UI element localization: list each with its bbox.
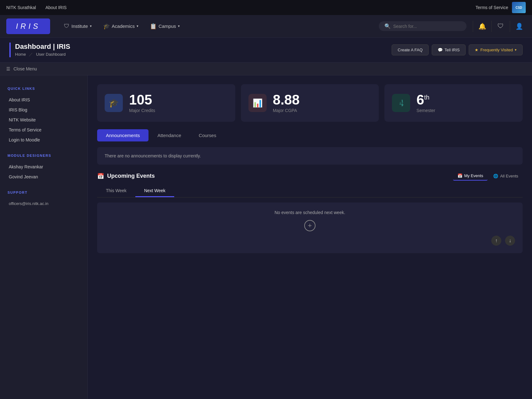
events-navigation: ↑ ↓ [105,236,515,246]
tabs-row: Announcements Attendance Courses [97,129,523,141]
nav-actions: 🔔 🛡 👤 [472,20,526,33]
divider [473,21,473,32]
all-events-icon: 🌐 [493,174,498,178]
create-faq-button[interactable]: Create A FAQ [392,44,429,55]
credits-icon: 🎓 [105,94,123,112]
sidebar-item-akshay[interactable]: Akshay Revankar [8,162,80,172]
breadcrumb-current: User Dashboard [36,52,66,57]
support-email[interactable]: officers@iris.nitk.ac.in [8,199,80,208]
close-menu-bar[interactable]: ☰ Close Menu [0,63,532,75]
module-designers-section: MODULE DESIGNERS Akshay Revankar Govind … [8,154,80,182]
add-event-button[interactable]: + [304,220,316,231]
about-iris-link[interactable]: About IRIS [45,5,67,10]
tab-announcements[interactable]: Announcements [97,129,149,141]
nav-items: 🛡 Institute ▾ 🎓 Academics ▾ 📋 Campus ▾ 🔍 [60,20,467,32]
semester-value: 6th [416,93,435,107]
stat-credits-info: 105 Major Credits [129,93,155,113]
sidebar-item-nitk-website[interactable]: NITK Website [8,115,80,125]
terms-link[interactable]: Terms of Service [476,5,508,10]
star-icon: ★ [475,48,478,52]
sidebar-item-govind[interactable]: Govind Jeevan [8,172,80,182]
nav-bar: IRIS 🛡 Institute ▾ 🎓 Academics ▾ 📋 Campu… [0,15,532,38]
top-bar-right: Terms of Service CSD [476,2,526,13]
notifications-button[interactable]: 🔔 [476,20,489,33]
cgpa-value: 8.88 [273,93,300,107]
next-week-tab[interactable]: Next Week [135,185,174,197]
stat-semester-info: 6th Semester [416,93,435,113]
nitk-link[interactable]: NITK Surathkal [6,5,36,10]
week-tabs: This Week Next Week [97,185,523,197]
my-events-icon: 📅 [457,173,462,178]
iris-logo[interactable]: IRIS [6,18,50,34]
sidebar-item-about-iris[interactable]: About IRIS [8,95,80,105]
support-title: SUPPORT [8,191,80,194]
upcoming-events-header: 📅 Upcoming Events 📅 My Events 🌐 All Even… [97,171,523,181]
menu-icon: ☰ [6,66,10,71]
frequently-visited-button[interactable]: ★ Frequently Visited ▾ [469,44,523,55]
nav-academics[interactable]: 🎓 Academics ▾ [99,20,143,32]
quick-links-section: QUICK LINKS About IRIS IRIS Blog NITK We… [8,87,80,145]
main-layout: QUICK LINKS About IRIS IRIS Blog NITK We… [0,75,532,399]
upcoming-events-title: 📅 Upcoming Events [97,173,448,180]
search-icon: 🔍 [384,23,391,29]
tell-iris-button[interactable]: 💬 Tell IRIS [432,44,466,55]
nav-campus[interactable]: 📋 Campus ▾ [145,20,184,32]
semester-label: Semester [416,108,435,113]
calendar-icon: 📅 [97,173,104,180]
chevron-down-icon: ▾ [515,48,517,52]
divider [491,21,492,32]
no-events-message: No events are scheduled next week. [274,210,345,215]
content-area: 🎓 105 Major Credits 📊 8.88 Major CGPA ↓1… [88,75,532,399]
csd-logo: CSD [512,2,526,13]
breadcrumb-left: Dashboard | IRIS Home ／ User Dashboard [9,43,70,57]
close-menu-label: Close Menu [13,66,37,71]
tab-attendance[interactable]: Attendance [149,129,190,141]
breadcrumb-path: Home ／ User Dashboard [15,52,70,57]
stat-cgpa-info: 8.88 Major CGPA [273,93,300,113]
search-bar[interactable]: 🔍 [379,21,467,31]
breadcrumb-home[interactable]: Home [15,52,26,57]
chevron-down-icon: ▾ [178,24,180,28]
stat-card-credits: 🎓 105 Major Credits [97,84,235,122]
top-bar: NITK Surathkal About IRIS Terms of Servi… [0,0,532,15]
breadcrumb-bar: Dashboard | IRIS Home ／ User Dashboard C… [0,38,532,63]
stat-card-cgpa: 📊 8.88 Major CGPA [241,84,379,122]
module-designers-title: MODULE DESIGNERS [8,154,80,157]
sidebar-item-moodle[interactable]: Login to Moodle [8,135,80,145]
upcoming-events-section: 📅 Upcoming Events 📅 My Events 🌐 All Even… [97,171,523,253]
events-nav-down[interactable]: ↓ [505,236,515,246]
events-nav-up[interactable]: ↑ [491,236,501,246]
credits-label: Major Credits [129,108,155,113]
shield-button[interactable]: 🛡 [494,20,507,33]
cgpa-label: Major CGPA [273,108,300,113]
top-bar-left: NITK Surathkal About IRIS [6,5,67,10]
sidebar: QUICK LINKS About IRIS IRIS Blog NITK We… [0,75,88,399]
campus-icon: 📋 [150,23,157,30]
sidebar-item-terms[interactable]: Terms of Service [8,125,80,135]
academics-icon: 🎓 [103,23,110,30]
stat-card-semester: ↓19 6th Semester [384,84,523,122]
chevron-down-icon: ▾ [137,24,138,28]
support-section: SUPPORT officers@iris.nitk.ac.in [8,191,80,208]
breadcrumb-actions: Create A FAQ 💬 Tell IRIS ★ Frequently Vi… [392,44,523,55]
institute-icon: 🛡 [64,23,70,29]
user-avatar[interactable]: 👤 [513,20,526,33]
credits-value: 105 [129,93,155,107]
all-events-filter[interactable]: 🌐 All Events [489,171,523,181]
divider [510,21,510,32]
page-title: Dashboard | IRIS [15,43,70,51]
announcements-box: There are no announcements to display cu… [97,147,523,165]
tab-courses[interactable]: Courses [190,129,225,141]
events-content: No events are scheduled next week. + ↑ ↓ [97,202,523,253]
semester-icon: ↓19 [392,94,410,112]
events-filter: 📅 My Events 🌐 All Events [453,171,523,181]
stat-cards: 🎓 105 Major Credits 📊 8.88 Major CGPA ↓1… [97,84,523,122]
quick-links-title: QUICK LINKS [8,87,80,90]
my-events-filter[interactable]: 📅 My Events [453,171,488,181]
this-week-tab[interactable]: This Week [97,185,135,197]
sidebar-item-iris-blog[interactable]: IRIS Blog [8,105,80,115]
search-input[interactable] [393,24,461,29]
chevron-down-icon: ▾ [90,24,92,28]
cgpa-icon: 📊 [248,94,267,112]
nav-institute[interactable]: 🛡 Institute ▾ [60,20,96,32]
